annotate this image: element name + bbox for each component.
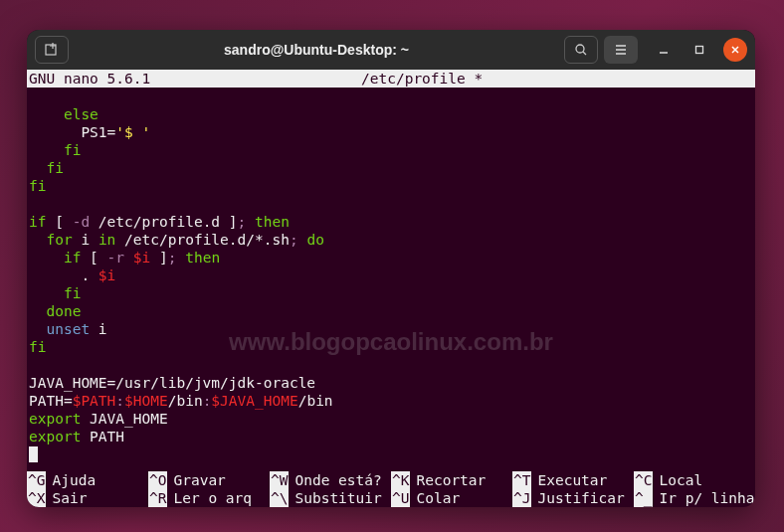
shortcut-item: ^OGravar: [148, 471, 270, 489]
shortcut-label: Executar: [531, 471, 634, 489]
search-button[interactable]: [564, 36, 598, 64]
keyword-fi: fi: [46, 160, 63, 176]
shortcut-label: Substituir: [289, 489, 391, 507]
shortcut-label: Local: [653, 471, 755, 489]
shortcut-label: Sair: [46, 489, 148, 507]
nano-shortcuts: ^GAjuda^OGravar^WOnde está?^KRecortar^TE…: [27, 471, 755, 507]
shortcut-key: ^\: [270, 489, 289, 507]
keyword-in: in: [98, 232, 115, 248]
keyword-export: export: [29, 411, 81, 427]
shortcut-item: ^TExecutar: [512, 471, 634, 489]
shortcut-key: ^W: [270, 471, 289, 489]
keyword-then: then: [255, 214, 290, 230]
var-ps1: PS1: [81, 124, 106, 140]
shortcut-item: ^XSair: [27, 489, 148, 507]
keyword-done: done: [46, 303, 81, 319]
nano-header: GNU nano 5.6.1 /etc/profile *: [27, 70, 755, 88]
shortcut-key: ^G: [27, 471, 46, 489]
keyword-fi: fi: [29, 339, 46, 355]
shortcut-key: ^J: [512, 489, 531, 507]
terminal-body[interactable]: GNU nano 5.6.1 /etc/profile * else PS1='…: [27, 70, 755, 507]
shortcut-item: ^KRecortar: [391, 471, 512, 489]
string-ps1: '$ ': [115, 124, 150, 140]
editor-content[interactable]: else PS1='$ ' fi fi fi if [ -d /etc/prof…: [27, 88, 755, 463]
shortcut-item: ^JJustificar: [512, 489, 634, 507]
shortcut-key: ^R: [148, 489, 167, 507]
titlebar: sandro@Ubuntu-Desktop: ~: [27, 30, 755, 70]
maximize-button[interactable]: [687, 38, 711, 62]
shortcut-label: Ir p/ linha: [653, 489, 755, 507]
shortcut-label: Gravar: [167, 471, 270, 489]
var-i: $i: [98, 267, 115, 283]
nano-app-name: GNU nano 5.6.1: [29, 70, 150, 88]
window-controls: [652, 38, 747, 62]
shortcut-label: Recortar: [410, 471, 512, 489]
new-tab-button[interactable]: [35, 36, 69, 64]
keyword-for: for: [46, 232, 72, 248]
keyword-do: do: [306, 232, 323, 248]
keyword-fi: fi: [29, 178, 46, 194]
var-i: $i: [133, 250, 150, 266]
shortcut-key: ^T: [512, 471, 531, 489]
keyword-fi: fi: [64, 285, 81, 301]
shortcut-key: ^_: [634, 489, 653, 507]
shortcut-label: Ler o arq: [167, 489, 270, 507]
shortcut-item: ^CLocal: [634, 471, 755, 489]
shortcut-item: ^\Substituir: [270, 489, 391, 507]
var-path: PATH: [29, 393, 64, 409]
window-title: sandro@Ubuntu-Desktop: ~: [75, 42, 558, 58]
shortcut-label: Justificar: [531, 489, 634, 507]
flag-d: -d: [73, 214, 90, 230]
shortcut-item: ^WOnde está?: [270, 471, 391, 489]
shortcut-key: ^K: [391, 471, 410, 489]
shortcut-key: ^U: [391, 489, 410, 507]
keyword-else: else: [64, 106, 98, 122]
shortcut-key: ^C: [634, 471, 653, 489]
shortcut-key: ^X: [27, 489, 46, 507]
shortcut-item: ^RLer o arq: [148, 489, 270, 507]
svg-line-4: [583, 52, 586, 55]
shortcut-label: Onde está?: [289, 471, 391, 489]
keyword-unset: unset: [46, 321, 90, 337]
keyword-if: if: [29, 214, 46, 230]
shortcut-label: Ajuda: [46, 471, 148, 489]
keyword-then: then: [185, 250, 220, 266]
cursor: [29, 446, 38, 462]
keyword-export: export: [29, 429, 81, 444]
keyword-if: if: [64, 250, 81, 266]
menu-button[interactable]: [604, 36, 638, 64]
close-button[interactable]: [723, 38, 747, 62]
minimize-button[interactable]: [652, 38, 676, 62]
nano-file-name: /etc/profile *: [150, 70, 693, 88]
svg-point-3: [576, 45, 584, 53]
shortcut-key: ^O: [148, 471, 167, 489]
terminal-window: sandro@Ubuntu-Desktop: ~ GNU nano 5.6.1 …: [27, 30, 755, 507]
keyword-fi: fi: [64, 142, 81, 158]
svg-rect-9: [696, 47, 703, 54]
shortcut-item: ^GAjuda: [27, 471, 148, 489]
shortcut-label: Colar: [410, 489, 512, 507]
var-java-home: JAVA_HOME: [29, 375, 107, 391]
flag-r: -r: [107, 250, 124, 266]
shortcut-item: ^_Ir p/ linha: [634, 489, 755, 507]
shortcut-item: ^UColar: [391, 489, 512, 507]
